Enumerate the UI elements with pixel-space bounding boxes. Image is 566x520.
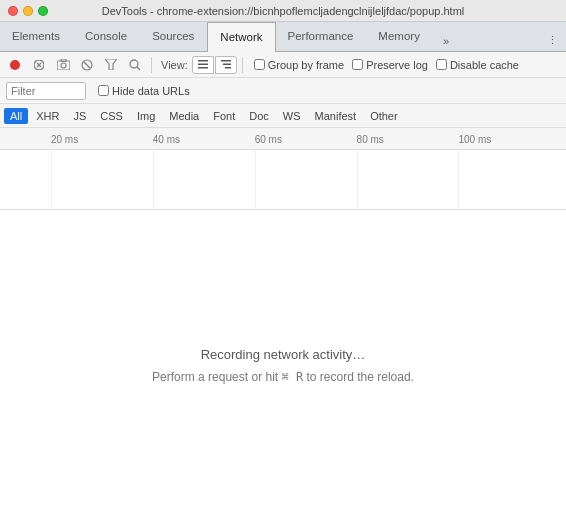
title-bar: DevTools - chrome-extension://bicnhpofle… — [0, 0, 566, 22]
minimize-button[interactable] — [23, 6, 33, 16]
stop-icon — [34, 60, 44, 70]
toolbar-primary: View: Group by frame Preserve log Disabl… — [0, 52, 566, 78]
filter-tab-doc[interactable]: Doc — [243, 108, 275, 124]
group-by-frame-checkbox[interactable] — [254, 59, 265, 70]
keyboard-shortcut: ⌘ R — [281, 370, 303, 384]
svg-rect-16 — [223, 64, 231, 66]
svg-rect-4 — [57, 61, 70, 70]
view-waterfall-button[interactable] — [215, 56, 237, 74]
marker-80ms: 80 ms — [357, 133, 384, 144]
marker-40ms: 40 ms — [153, 133, 180, 144]
hide-data-urls-checkbox[interactable] — [98, 85, 109, 96]
maximize-button[interactable] — [38, 6, 48, 16]
toolbar-secondary: Hide data URLs — [0, 78, 566, 104]
svg-point-0 — [10, 60, 20, 70]
more-tabs-button[interactable]: » — [435, 31, 457, 51]
disable-cache-group: Disable cache — [436, 59, 519, 71]
record-button[interactable] — [4, 54, 26, 76]
svg-rect-17 — [225, 67, 231, 69]
filter-tab-bar: All XHR JS CSS Img Media Font Doc WS Man… — [0, 104, 566, 128]
svg-line-8 — [84, 62, 90, 68]
svg-rect-6 — [61, 59, 66, 62]
settings-button[interactable]: ⋮ — [539, 30, 566, 51]
svg-point-10 — [130, 60, 138, 68]
svg-rect-13 — [198, 64, 208, 66]
hide-data-urls-label: Hide data URLs — [112, 85, 190, 97]
filter-icon — [105, 59, 117, 70]
search-button[interactable] — [124, 54, 146, 76]
marker-60ms: 60 ms — [255, 133, 282, 144]
filter-tab-other[interactable]: Other — [364, 108, 404, 124]
recording-text: Recording network activity… — [201, 347, 366, 362]
filter-tab-media[interactable]: Media — [163, 108, 205, 124]
svg-line-11 — [137, 67, 140, 70]
toolbar-separator-2 — [242, 57, 243, 73]
waterfall-view-icon — [221, 60, 231, 69]
hide-data-urls-group: Hide data URLs — [98, 85, 190, 97]
group-by-frame-group: Group by frame — [254, 59, 344, 71]
clear-button[interactable] — [76, 54, 98, 76]
svg-rect-15 — [221, 60, 231, 62]
search-icon — [129, 59, 141, 71]
filter-tab-js[interactable]: JS — [67, 108, 92, 124]
view-list-button[interactable] — [192, 56, 214, 74]
tab-network[interactable]: Network — [207, 22, 275, 52]
tab-elements[interactable]: Elements — [0, 22, 73, 51]
filter-tab-css[interactable]: CSS — [94, 108, 129, 124]
filter-tab-ws[interactable]: WS — [277, 108, 307, 124]
svg-point-5 — [61, 63, 66, 68]
timeline-markers: 20 ms 40 ms 60 ms 80 ms 100 ms — [0, 128, 566, 149]
filter-tab-xhr[interactable]: XHR — [30, 108, 65, 124]
filter-tab-manifest[interactable]: Manifest — [309, 108, 363, 124]
stop-button[interactable] — [28, 54, 50, 76]
view-toggle — [192, 56, 237, 74]
clear-icon — [81, 59, 93, 71]
disable-cache-label: Disable cache — [450, 59, 519, 71]
waterfall-area — [0, 150, 566, 210]
filter-tab-img[interactable]: Img — [131, 108, 161, 124]
list-view-icon — [198, 60, 208, 69]
filter-tab-font[interactable]: Font — [207, 108, 241, 124]
camera-icon — [57, 59, 70, 70]
timeline-header: 20 ms 40 ms 60 ms 80 ms 100 ms — [0, 128, 566, 150]
filter-input[interactable] — [6, 82, 86, 100]
preserve-log-label: Preserve log — [366, 59, 428, 71]
preserve-log-group: Preserve log — [352, 59, 428, 71]
tab-performance[interactable]: Performance — [276, 22, 367, 51]
toolbar-separator-1 — [151, 57, 152, 73]
group-by-frame-label: Group by frame — [268, 59, 344, 71]
marker-20ms: 20 ms — [51, 133, 78, 144]
tab-console[interactable]: Console — [73, 22, 140, 51]
filter-button[interactable] — [100, 54, 122, 76]
close-button[interactable] — [8, 6, 18, 16]
hint-text: Perform a request or hit ⌘ R to record t… — [152, 370, 414, 384]
svg-rect-12 — [198, 60, 208, 62]
marker-100ms: 100 ms — [458, 133, 491, 144]
tab-bar: Elements Console Sources Network Perform… — [0, 22, 566, 52]
window-title: DevTools - chrome-extension://bicnhpofle… — [102, 5, 465, 17]
tab-sources[interactable]: Sources — [140, 22, 207, 51]
filter-tab-all[interactable]: All — [4, 108, 28, 124]
preserve-log-checkbox[interactable] — [352, 59, 363, 70]
disable-cache-checkbox[interactable] — [436, 59, 447, 70]
svg-marker-9 — [105, 59, 117, 70]
traffic-lights — [8, 6, 48, 16]
tab-memory[interactable]: Memory — [366, 22, 433, 51]
view-label: View: — [161, 59, 188, 71]
screenshot-button[interactable] — [52, 54, 74, 76]
empty-state: Recording network activity… Perform a re… — [0, 210, 566, 520]
svg-rect-14 — [198, 67, 208, 69]
waterfall-grid — [0, 150, 566, 209]
record-icon — [10, 60, 20, 70]
